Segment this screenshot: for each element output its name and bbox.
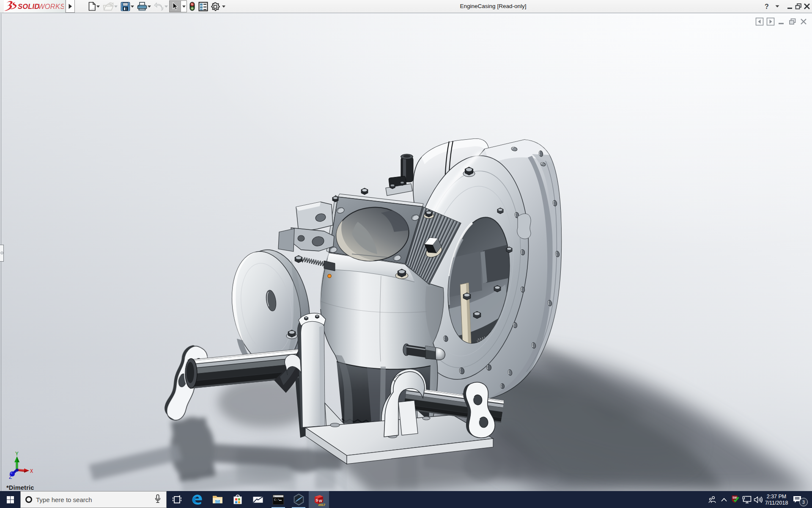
start-button[interactable]	[0, 491, 20, 508]
command-prompt-icon[interactable]: C:\	[268, 491, 288, 508]
people-icon[interactable]	[706, 491, 718, 508]
new-document-caret[interactable]	[96, 6, 100, 8]
svg-text:?: ?	[765, 3, 769, 10]
print-button[interactable]	[137, 1, 147, 12]
cortana-icon	[25, 496, 32, 503]
doc-close-button[interactable]	[798, 17, 809, 26]
select-tool-button[interactable]	[169, 0, 187, 12]
mail-icon[interactable]	[248, 491, 268, 508]
solidworks-window: Y X Z *Dimetric	[0, 0, 812, 508]
document-title: EngineCasing [Read-only]	[460, 0, 527, 13]
solidworks-tray-icon[interactable]: SW	[730, 491, 741, 508]
task-view-button[interactable]	[167, 491, 187, 508]
undo-caret[interactable]	[165, 6, 168, 8]
notification-badge: 3	[799, 498, 808, 506]
triad-y-label: Y	[15, 451, 19, 457]
wordmark-works: WORKS	[38, 3, 64, 10]
settings-caret[interactable]	[222, 6, 225, 8]
wordmark-solid: SOLID	[18, 3, 39, 10]
svg-text:C:\: C:\	[274, 498, 280, 501]
splitter-dot	[0, 251, 3, 254]
open-button[interactable]	[103, 1, 114, 12]
minimize-button[interactable]	[786, 1, 794, 12]
view-orientation-label: *Dimetric	[6, 484, 34, 491]
sw-year-label: 2017	[318, 503, 326, 506]
undo-button[interactable]	[153, 1, 164, 12]
settings-gear-icon[interactable]	[211, 1, 220, 12]
file-explorer-icon[interactable]	[207, 491, 228, 508]
traffic-light-icon[interactable]	[189, 1, 195, 12]
graphics-viewport[interactable]: Y X Z *Dimetric	[0, 14, 812, 491]
panel-splitter-handle[interactable]	[0, 245, 4, 262]
solidworks-logo[interactable]: SOLID WORKS	[4, 0, 66, 13]
select-tool-caret[interactable]	[181, 1, 187, 12]
next-pane-button[interactable]	[765, 17, 776, 26]
caret-down-icon	[182, 6, 186, 8]
network-icon[interactable]	[741, 491, 752, 508]
volume-icon[interactable]	[752, 491, 764, 508]
svg-text:S: S	[316, 498, 318, 502]
solidworks-composer-icon[interactable]	[288, 491, 309, 508]
help-button[interactable]: ?	[763, 1, 771, 12]
action-center-button[interactable]: 3	[789, 491, 805, 508]
open-caret[interactable]	[114, 6, 118, 8]
taskbar-clock[interactable]: 2:37 PM 7/11/2018	[764, 493, 789, 506]
options-list-icon[interactable]	[198, 1, 208, 12]
save-caret[interactable]	[131, 6, 134, 8]
help-menu-caret[interactable]	[775, 1, 780, 12]
title-bar: SOLID WORKS	[0, 0, 812, 13]
print-caret[interactable]	[148, 6, 151, 8]
close-button[interactable]	[803, 1, 811, 12]
hidden-icons-chevron[interactable]	[718, 491, 730, 508]
doc-minimize-button[interactable]	[776, 17, 787, 26]
solidworks-wordmark: SOLID WORKS	[18, 3, 64, 10]
store-icon[interactable]	[228, 491, 248, 508]
engine-casing-3d-model[interactable]	[0, 14, 812, 491]
triad-x-label: X	[30, 469, 33, 475]
solidworks-2017-icon[interactable]: SW2017	[309, 491, 329, 508]
restore-button[interactable]	[795, 1, 802, 12]
taskbar-search[interactable]: Type here to search	[20, 491, 167, 508]
intake-fittings[interactable]	[386, 154, 413, 196]
previous-pane-button[interactable]	[754, 17, 765, 26]
ds-logo-mark	[4, 1, 16, 11]
windows-taskbar: Type here to search C:\ SW2017	[0, 491, 812, 508]
new-document-button[interactable]	[88, 1, 96, 12]
save-button[interactable]	[121, 1, 130, 12]
selection-point-marker[interactable]	[328, 274, 331, 278]
microphone-icon[interactable]	[154, 494, 161, 505]
tray-date: 7/11/2018	[764, 500, 789, 506]
edge-browser-icon[interactable]	[187, 491, 207, 508]
tray-time: 2:37 PM	[764, 494, 789, 500]
triad-z-label: Z	[9, 475, 12, 480]
reference-triad: Y X Z	[3, 436, 39, 482]
menu-flyout-button[interactable]	[66, 0, 75, 13]
doc-restore-button[interactable]	[787, 17, 798, 26]
search-placeholder: Type here to search	[36, 496, 154, 503]
